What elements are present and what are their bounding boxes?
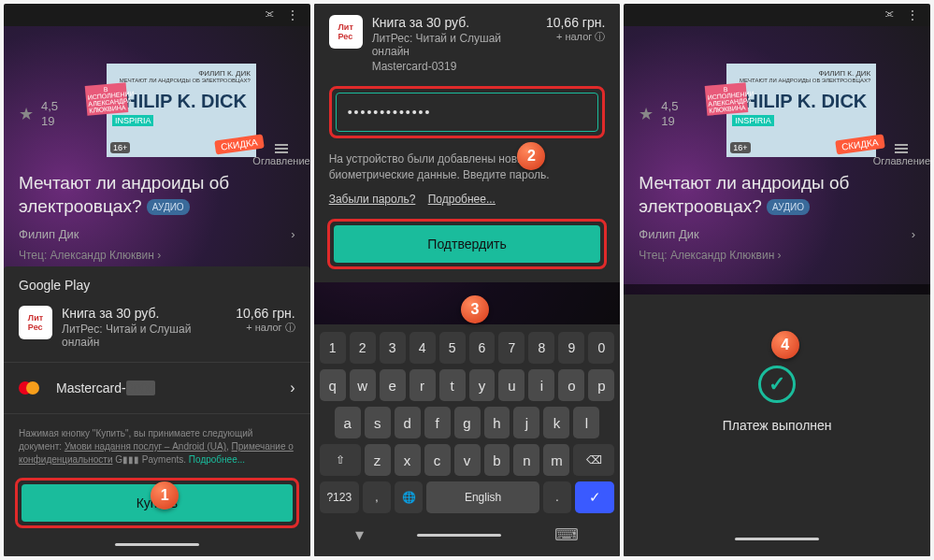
nav-collapse-icon[interactable]: ▾ bbox=[355, 524, 364, 545]
share-icon[interactable]: ⪤ bbox=[262, 7, 275, 22]
price: 10,66 грн. bbox=[236, 306, 295, 321]
shift-key[interactable]: ⇧ bbox=[320, 444, 361, 476]
performer-badge: В ИСПОЛНЕНИИ АЛЕКСАНДРА КЛЮКВИНА bbox=[705, 82, 749, 116]
key-m[interactable]: m bbox=[543, 444, 569, 476]
key-e[interactable]: e bbox=[380, 369, 406, 401]
key-4[interactable]: 4 bbox=[410, 332, 436, 364]
key-q[interactable]: q bbox=[320, 369, 346, 401]
key-9[interactable]: 9 bbox=[558, 332, 584, 364]
tax-note: + налог ⓘ bbox=[546, 30, 605, 44]
key-o[interactable]: o bbox=[558, 369, 584, 401]
key-f[interactable]: f bbox=[424, 407, 451, 438]
status-bar: ⪤ ⋮ bbox=[4, 4, 310, 26]
forgot-password-link[interactable]: Забыли пароль? bbox=[329, 193, 416, 206]
kbd-row-3: asdfghjkl bbox=[318, 407, 617, 438]
more-icon[interactable]: ⋮ bbox=[286, 7, 299, 22]
age-badge: 16+ bbox=[730, 142, 750, 153]
rating-value: 4,5 bbox=[661, 99, 678, 114]
key-n[interactable]: n bbox=[513, 444, 539, 476]
legal-text: Нажимая кнопку "Купить", вы принимаете с… bbox=[19, 427, 295, 467]
key-5[interactable]: 5 bbox=[439, 332, 466, 364]
space-key[interactable]: English bbox=[426, 481, 539, 513]
product-name: Книга за 30 руб. bbox=[372, 15, 537, 30]
password-input[interactable] bbox=[336, 93, 599, 132]
keyboard: 1234567890 qwertyuiop asdfghjkl ⇧ zxcvbn… bbox=[314, 324, 621, 556]
backspace-key[interactable]: ⌫ bbox=[573, 444, 614, 476]
globe-key[interactable]: 🌐 bbox=[395, 481, 423, 513]
key-r[interactable]: r bbox=[410, 369, 436, 401]
dot-key[interactable]: . bbox=[543, 481, 571, 513]
toolbar: ← bbox=[4, 26, 310, 64]
age-badge: 16+ bbox=[110, 142, 130, 153]
performer-badge: В ИСПОЛНЕНИИ АЛЕКСАНДРА КЛЮКВИНА bbox=[85, 82, 129, 116]
key-6[interactable]: 6 bbox=[469, 332, 496, 364]
home-indicator[interactable] bbox=[115, 543, 199, 546]
nav-keyboard-icon[interactable]: ⌨ bbox=[554, 524, 579, 545]
success-text: Платеж выполнен bbox=[723, 418, 832, 433]
narrator-row[interactable]: Чтец: Александр Клюквин › bbox=[19, 249, 295, 262]
key-b[interactable]: b bbox=[484, 444, 510, 476]
key-i[interactable]: i bbox=[528, 369, 554, 401]
key-0[interactable]: 0 bbox=[588, 332, 614, 364]
price: 10,66 грн. bbox=[546, 15, 605, 30]
key-p[interactable]: p bbox=[588, 369, 614, 401]
screen-1-purchase-sheet: ⪤ ⋮ ← ★ 4,5 19 В ИСПОЛНЕНИИ АЛЕКСАНДРА К… bbox=[4, 4, 310, 556]
back-icon[interactable]: ← bbox=[17, 36, 32, 53]
key-t[interactable]: t bbox=[439, 369, 466, 401]
key-d[interactable]: d bbox=[395, 407, 421, 438]
key-g[interactable]: g bbox=[454, 407, 481, 438]
home-indicator[interactable] bbox=[417, 534, 501, 537]
key-s[interactable]: s bbox=[365, 407, 391, 438]
key-h[interactable]: h bbox=[484, 407, 510, 438]
star-icon: ★ bbox=[639, 104, 654, 124]
product-sub: ЛитРес: Читай и Слушай онлайн bbox=[62, 323, 226, 349]
kbd-row-nums: 1234567890 bbox=[318, 332, 617, 364]
cover-author: ФИЛИП К. ДИК bbox=[732, 69, 870, 78]
key-c[interactable]: c bbox=[424, 444, 451, 476]
symbols-key[interactable]: ?123 bbox=[320, 481, 359, 513]
key-v[interactable]: v bbox=[454, 444, 481, 476]
key-2[interactable]: 2 bbox=[350, 332, 376, 364]
audio-badge: АУДИО bbox=[147, 199, 190, 215]
key-1[interactable]: 1 bbox=[320, 332, 346, 364]
product-sub: ЛитРес: Читай и Слушай онлайн bbox=[372, 32, 537, 58]
key-x[interactable]: x bbox=[395, 444, 421, 476]
key-y[interactable]: y bbox=[469, 369, 496, 401]
confirm-sheet: ЛитРес Книга за 30 руб. ЛитРес: Читай и … bbox=[314, 4, 621, 282]
star-icon: ★ bbox=[19, 104, 34, 124]
more-icon[interactable]: ⋮ bbox=[906, 7, 919, 22]
key-a[interactable]: a bbox=[335, 407, 361, 438]
status-bar: ⪤ ⋮ bbox=[624, 4, 930, 26]
enter-key[interactable]: ✓ bbox=[575, 481, 614, 513]
toc-button[interactable]: Оглавление bbox=[252, 144, 309, 166]
rating-count: 19 bbox=[41, 114, 58, 129]
toc-button[interactable]: Оглавление bbox=[873, 144, 930, 166]
payment-method-row[interactable]: Mastercard-0000 › bbox=[19, 376, 295, 400]
more-link[interactable]: Подробнее... bbox=[428, 193, 496, 206]
book-cover: В ИСПОЛНЕНИИ АЛЕКСАНДРА КЛЮКВИНА ФИЛИП К… bbox=[107, 64, 256, 157]
chevron-right-icon: › bbox=[290, 380, 295, 396]
author-row[interactable]: Филип Дик› bbox=[19, 227, 295, 241]
share-icon[interactable]: ⪤ bbox=[882, 7, 895, 22]
key-k[interactable]: k bbox=[543, 407, 569, 438]
author-row[interactable]: Филип Дик› bbox=[639, 227, 915, 241]
key-7[interactable]: 7 bbox=[498, 332, 524, 364]
purchase-sheet: Google Play ЛитРес Книга за 30 руб. ЛитР… bbox=[4, 266, 310, 556]
comma-key[interactable]: , bbox=[363, 481, 391, 513]
cover-subtitle: МЕЧТАЮТ ЛИ АНДРОИДЫ ОБ ЭЛЕКТРООВЦАХ? bbox=[112, 78, 251, 83]
product-name: Книга за 30 руб. bbox=[62, 306, 226, 321]
home-indicator[interactable] bbox=[735, 538, 819, 540]
kbd-row-4: ⇧ zxcvbnm ⌫ bbox=[318, 444, 617, 476]
key-z[interactable]: z bbox=[365, 444, 391, 476]
confirm-button[interactable]: Подтвердить bbox=[334, 225, 601, 263]
key-8[interactable]: 8 bbox=[528, 332, 554, 364]
key-3[interactable]: 3 bbox=[380, 332, 406, 364]
narrator-row[interactable]: Чтец: Александр Клюквин › bbox=[639, 249, 915, 262]
key-l[interactable]: l bbox=[573, 407, 599, 438]
key-u[interactable]: u bbox=[498, 369, 524, 401]
marker-4: 4 bbox=[771, 331, 799, 359]
key-w[interactable]: w bbox=[350, 369, 376, 401]
back-icon[interactable]: ← bbox=[637, 36, 652, 53]
biometric-note: На устройство были добавлены новые биоме… bbox=[329, 151, 606, 183]
key-j[interactable]: j bbox=[513, 407, 539, 438]
